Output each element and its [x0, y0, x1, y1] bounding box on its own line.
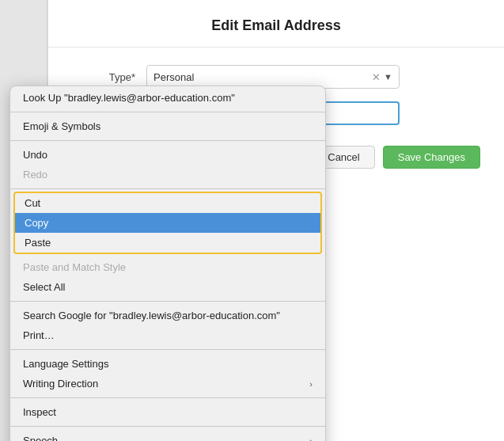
modal-title: Edit Email Address	[48, 0, 504, 48]
ctx-item-undo[interactable]: Undo	[10, 145, 325, 165]
ctx-group-clipboard: Cut Copy Paste	[13, 192, 322, 254]
ctx-sep-3	[10, 188, 325, 189]
ctx-item-search-google[interactable]: Search Google for "bradley.lewis@arbor-e…	[10, 306, 325, 325]
chevron-right-icon: ›	[309, 379, 313, 389]
context-menu: Look Up "bradley.lewis@arbor-education.c…	[9, 86, 326, 441]
ctx-item-speech[interactable]: Speech ›	[10, 431, 325, 441]
ctx-sep-4	[10, 301, 325, 302]
ctx-group-search: Search Google for "bradley.lewis@arbor-e…	[10, 304, 325, 347]
ctx-item-print[interactable]: Print…	[10, 325, 325, 345]
ctx-item-paste-match: Paste and Match Style	[10, 257, 325, 277]
chevron-right-speech-icon: ›	[309, 436, 313, 442]
ctx-item-lookup[interactable]: Look Up "bradley.lewis@arbor-education.c…	[10, 88, 325, 108]
ctx-sep-1	[10, 112, 325, 112]
ctx-group-paste-match: Paste and Match Style Select All	[10, 256, 325, 298]
ctx-item-copy[interactable]: Copy	[15, 213, 320, 233]
type-select-value: Personal	[153, 71, 372, 83]
ctx-item-redo: Redo	[10, 165, 325, 184]
ctx-sep-6	[10, 397, 325, 398]
ctx-item-writing[interactable]: Writing Direction ›	[10, 374, 325, 393]
ctx-group-top: Look Up "bradley.lewis@arbor-education.c…	[10, 86, 325, 109]
ctx-group-emoji: Emoji & Symbols	[10, 115, 325, 138]
ctx-item-language[interactable]: Language Settings	[10, 354, 325, 374]
ctx-sep-7	[10, 426, 325, 427]
type-label: Type*	[72, 71, 135, 83]
save-button[interactable]: Save Changes	[383, 146, 480, 169]
ctx-sep-5	[10, 349, 325, 350]
ctx-group-inspect: Inspect	[10, 401, 325, 424]
ctx-item-select-all[interactable]: Select All	[10, 277, 325, 297]
type-clear-icon[interactable]: ✕	[372, 71, 381, 83]
ctx-group-language: Language Settings Writing Direction ›	[10, 352, 325, 395]
ctx-item-cut[interactable]: Cut	[15, 193, 320, 213]
ctx-item-emoji[interactable]: Emoji & Symbols	[10, 116, 325, 136]
ctx-item-inspect[interactable]: Inspect	[10, 402, 325, 422]
ctx-group-speech: Speech › Services ›	[10, 429, 325, 441]
ctx-group-undo: Undo Redo	[10, 143, 325, 186]
ctx-sep-2	[10, 140, 325, 141]
ctx-item-paste[interactable]: Paste	[15, 233, 320, 253]
chevron-down-icon[interactable]: ▼	[384, 72, 392, 82]
